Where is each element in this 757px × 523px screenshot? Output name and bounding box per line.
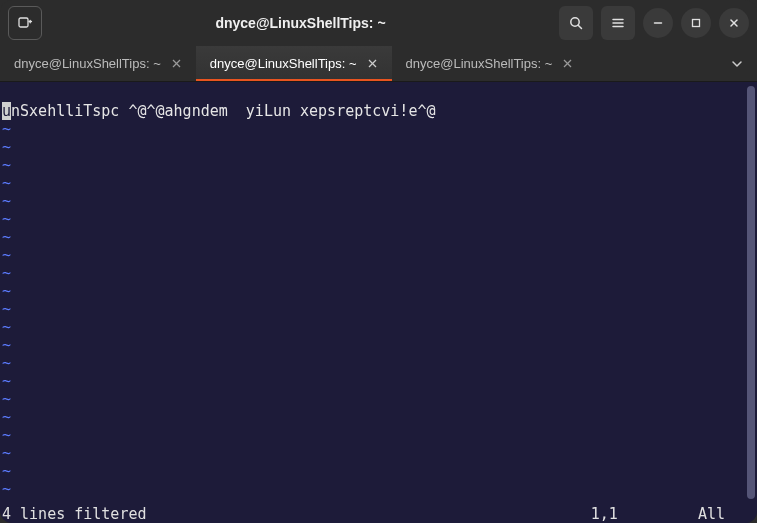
titlebar-right [559, 6, 749, 40]
new-tab-icon [17, 15, 33, 31]
svg-line-2 [578, 25, 581, 28]
menu-button[interactable] [601, 6, 635, 40]
empty-line-tilde: ~ [2, 156, 11, 174]
empty-line-tilde: ~ [2, 390, 11, 408]
empty-line-tilde: ~ [2, 300, 11, 318]
cursor-position: 1,1 [591, 505, 698, 523]
maximize-icon [689, 16, 703, 30]
svg-rect-7 [693, 20, 700, 27]
tab-2[interactable]: dnyce@LinuxShellTips: ~ [196, 46, 392, 81]
empty-line-tilde: ~ [2, 408, 11, 426]
scroll-position: All [698, 505, 731, 523]
terminal[interactable]: unSxehlliTspc ^@^@ahgndem yiLun xepsrept… [0, 82, 745, 523]
tab-label: dnyce@LinuxShellTips: ~ [210, 56, 357, 71]
status-message: 4 lines filtered [2, 505, 147, 523]
close-icon [562, 58, 573, 69]
tab-3[interactable]: dnyce@LinuxShellTips: ~ [392, 46, 588, 81]
empty-line-tilde: ~ [2, 138, 11, 156]
minimize-icon [651, 16, 665, 30]
close-icon [727, 16, 741, 30]
cursor: u [2, 102, 11, 120]
scrollbar[interactable] [745, 82, 757, 523]
minimize-button[interactable] [643, 8, 673, 38]
tab-label: dnyce@LinuxShellTips: ~ [406, 56, 553, 71]
close-icon [367, 58, 378, 69]
search-icon [568, 15, 584, 31]
titlebar-left [8, 6, 42, 40]
close-button[interactable] [719, 8, 749, 38]
empty-line-tilde: ~ [2, 120, 11, 138]
close-icon [171, 58, 182, 69]
empty-line-tilde: ~ [2, 264, 11, 282]
terminal-area: unSxehlliTspc ^@^@ahgndem yiLun xepsrept… [0, 82, 757, 523]
titlebar: dnyce@LinuxShellTips: ~ [0, 0, 757, 46]
window-title: dnyce@LinuxShellTips: ~ [48, 15, 553, 31]
tab-close-button[interactable] [562, 58, 573, 69]
svg-rect-0 [19, 18, 28, 27]
chevron-down-icon [731, 58, 743, 70]
tabbar: dnyce@LinuxShellTips: ~ dnyce@LinuxShell… [0, 46, 757, 82]
maximize-button[interactable] [681, 8, 711, 38]
new-tab-button[interactable] [8, 6, 42, 40]
empty-line-tilde: ~ [2, 462, 11, 480]
scrollbar-thumb[interactable] [747, 86, 755, 499]
vim-status-line: 4 lines filtered 1,1 All [2, 505, 731, 523]
tabs-dropdown-button[interactable] [717, 46, 757, 81]
empty-line-tilde: ~ [2, 210, 11, 228]
empty-line-tilde: ~ [2, 228, 11, 246]
empty-line-tilde: ~ [2, 336, 11, 354]
empty-line-tilde: ~ [2, 372, 11, 390]
editor-line: unSxehlliTspc ^@^@ahgndem yiLun xepsrept… [2, 102, 435, 120]
search-button[interactable] [559, 6, 593, 40]
empty-line-tilde: ~ [2, 246, 11, 264]
tab-close-button[interactable] [171, 58, 182, 69]
tab-1[interactable]: dnyce@LinuxShellTips: ~ [0, 46, 196, 81]
empty-line-tilde: ~ [2, 282, 11, 300]
tab-label: dnyce@LinuxShellTips: ~ [14, 56, 161, 71]
empty-line-tilde: ~ [2, 354, 11, 372]
empty-line-tilde: ~ [2, 426, 11, 444]
tab-close-button[interactable] [367, 58, 378, 69]
empty-line-tilde: ~ [2, 192, 11, 210]
empty-line-tilde: ~ [2, 480, 11, 498]
hamburger-icon [610, 15, 626, 31]
empty-line-tilde: ~ [2, 444, 11, 462]
empty-line-tilde: ~ [2, 318, 11, 336]
empty-line-tilde: ~ [2, 174, 11, 192]
